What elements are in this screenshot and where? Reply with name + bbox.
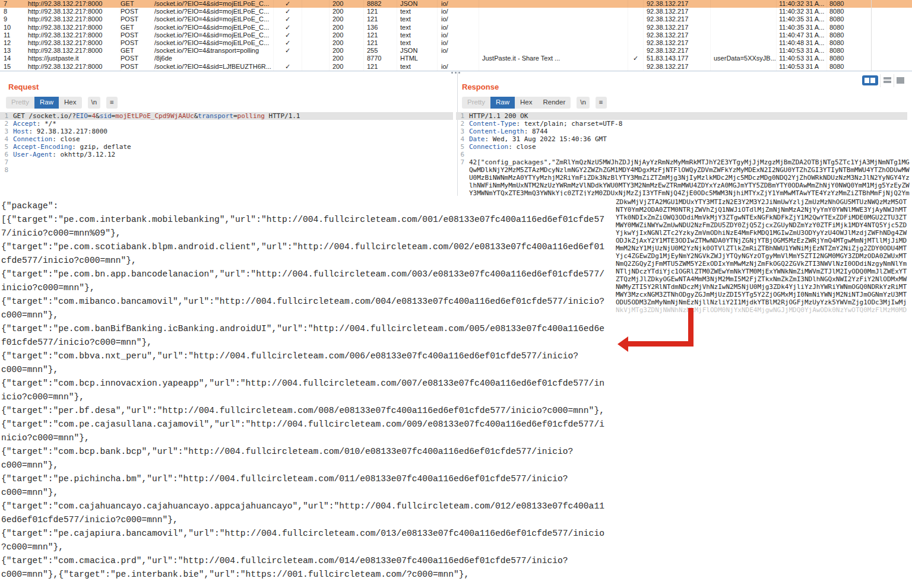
cell-num: 13 [0, 47, 28, 55]
http-history-table[interactable]: 7http://92.38.132.217:8000GET/socket.io/… [0, 0, 912, 71]
cell-cookies [711, 39, 777, 47]
splitter-handle[interactable] [451, 72, 466, 75]
cell-num: 10 [0, 24, 28, 31]
cell-status: 200 [330, 55, 364, 62]
annotation-arrow-horizontal [627, 341, 694, 347]
cell-cookies [711, 47, 777, 55]
table-row[interactable]: 12http://92.38.132.217:8000POST/socket.i… [0, 39, 912, 47]
decoded-config-json-text: {"package": [{"target":"pe.com.interbank… [1, 199, 616, 581]
cell-title [479, 0, 628, 8]
cell-host: https://justpaste.it [28, 55, 121, 62]
cell-status: 200 [330, 47, 364, 55]
cell-ext: io/ [438, 31, 479, 39]
table-row[interactable]: 13http://92.38.132.217:8000GET/socket.io… [0, 47, 912, 55]
cell-ext: io/ [438, 0, 479, 8]
cell-url: /socket.io/?EIO=4&sid=mojEtLPoE_C... [154, 8, 274, 15]
cell-params: ✓ [274, 47, 302, 55]
cell-params: ✓ [274, 31, 302, 39]
stacked-layout-icon[interactable] [884, 77, 891, 84]
response-tab-pretty[interactable]: Pretty [462, 97, 490, 109]
response-tab-hex[interactable]: Hex [515, 97, 537, 109]
cell-ext [438, 55, 479, 62]
cell-port: 8080 [827, 63, 872, 71]
cell-title [479, 15, 628, 23]
cell-edited [302, 8, 330, 15]
response-body-continuation[interactable]: ZDkwMjVjZTA2MGU1MDUxYTY3MTIzN2E3Y2M3Y2Ji… [616, 198, 907, 314]
cell-method: POST [121, 55, 154, 62]
cell-ip: 92.38.132.217 [644, 39, 711, 47]
request-editor[interactable]: 1GET /socket.io/?EIO=4&sid=mojEtLPoE_Cpd… [0, 112, 453, 174]
response-menu-button[interactable]: ≡ [596, 97, 607, 109]
editor-line: 5Connection: close [456, 143, 907, 151]
side-by-side-layout-icon[interactable] [862, 75, 878, 85]
cell-ip: 92.38.132.217 [644, 15, 711, 23]
cell-method: POST [121, 15, 154, 23]
cell-edited [302, 0, 330, 8]
cell-title [479, 47, 628, 55]
cell-ip: 92.38.132.217 [644, 31, 711, 39]
cell-host: http://92.38.132.217:8000 [28, 47, 121, 55]
cell-host: http://92.38.132.217:8000 [28, 63, 121, 71]
response-linebreaks-button[interactable]: \n [577, 97, 590, 109]
cell-ext: io/ [438, 63, 479, 71]
cell-num: 9 [0, 15, 28, 23]
cell-edited [302, 47, 330, 55]
cell-time: 11:40:47 31 A... [777, 31, 827, 39]
request-linebreaks-button[interactable]: \n [88, 97, 101, 109]
cell-tls [628, 15, 644, 23]
cell-port: 8080 [827, 31, 872, 39]
request-tab-hex[interactable]: Hex [59, 97, 81, 109]
cell-status: 200 [330, 24, 364, 31]
burp-proxy-window: 7http://92.38.132.217:8000GET/socket.io/… [0, 0, 912, 588]
cell-method: GET [121, 0, 154, 8]
cell-title [479, 31, 628, 39]
cell-ip: 92.38.132.217 [644, 47, 711, 55]
cell-url: /socket.io/?EIO=4&sid=mojEtLPoE_C... [154, 39, 274, 47]
editor-line: 1GET /socket.io/?EIO=4&sid=mojEtLPoE_Cpd… [0, 112, 453, 120]
cell-url: /socket.io/?EIO=4&sid=mojEtLPoE_C... [154, 31, 274, 39]
cell-tls [628, 39, 644, 47]
response-editor[interactable]: 1HTTP/1.1 200 OK2Content-Type: text/plai… [456, 112, 907, 197]
editor-line: 3Content-Length: 8744 [456, 128, 907, 135]
cell-port: 8080 [827, 47, 872, 55]
single-pane-layout-icon[interactable] [897, 77, 904, 84]
cell-mime: text [397, 63, 438, 71]
response-tab-raw[interactable]: Raw [490, 97, 515, 109]
cell-method: GET [121, 24, 154, 31]
cell-params: ✓ [274, 39, 302, 47]
cell-length: 8770 [364, 55, 397, 62]
editor-line: U0MzBiNWNmMzA0YTYyMzhjM2RiYmFiZDk3NzBlYT… [456, 174, 907, 182]
editor-line: 8 [0, 166, 453, 174]
cell-num: 12 [0, 39, 28, 47]
cell-tls: ✓ [628, 55, 644, 62]
request-tab-raw[interactable]: Raw [34, 97, 59, 109]
cell-host: http://92.38.132.217:8000 [28, 24, 121, 31]
cell-length: 121 [364, 8, 397, 15]
editor-line: 4Date: Wed, 31 Aug 2022 15:40:36 GMT [456, 135, 907, 143]
request-tab-pretty[interactable]: Pretty [6, 97, 34, 109]
table-row[interactable]: 11http://92.38.132.217:8000POST/socket.i… [0, 31, 912, 39]
table-row[interactable]: 10http://92.38.132.217:8000GET/socket.io… [0, 24, 912, 31]
cell-params: ✓ [274, 15, 302, 23]
response-tab-render[interactable]: Render [538, 97, 571, 109]
cell-tls [628, 0, 644, 8]
cell-status: 200 [330, 0, 364, 8]
cell-url: /socket.io/?EIO=4&transport=polling [154, 47, 274, 55]
table-row[interactable]: 7http://92.38.132.217:8000GET/socket.io/… [0, 0, 912, 8]
view-layout-buttons [860, 74, 907, 87]
cell-mime: JSON [397, 0, 438, 8]
cell-port: 8080 [827, 15, 872, 23]
cell-mime: text [397, 15, 438, 23]
cell-ext: io/ [438, 24, 479, 31]
table-row[interactable]: 9http://92.38.132.217:8000POST/socket.io… [0, 15, 912, 23]
cell-time: 11:40:53 31 A [777, 63, 827, 71]
cell-url: /socket.io/?EIO=4&sid=LJfBEUZTH6R... [154, 63, 274, 71]
cell-params [274, 55, 302, 62]
editor-line: 742["config_packages","ZmRlYmQzNzU5MWJhZ… [456, 158, 907, 166]
table-row[interactable]: 8http://92.38.132.217:8000POST/socket.io… [0, 8, 912, 15]
cell-ip: 92.38.132.217 [644, 24, 711, 31]
table-row[interactable]: 14https://justpaste.itPOST/8j6de2008770H… [0, 55, 912, 62]
table-row[interactable]: 15http://92.38.132.217:8000POST/socket.i… [0, 63, 912, 71]
cell-mime: JSON [397, 47, 438, 55]
request-menu-button[interactable]: ≡ [106, 97, 118, 109]
